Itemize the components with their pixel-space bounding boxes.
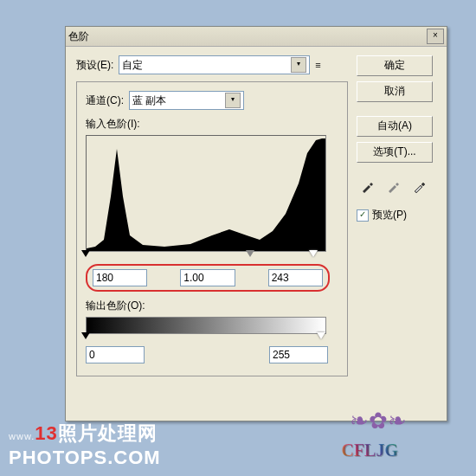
channel-value: 蓝 副本 [132, 93, 166, 108]
cancel-button[interactable]: 取消 [357, 81, 433, 102]
midtone-slider[interactable] [246, 250, 254, 261]
midtone-input[interactable]: 1.00 [180, 269, 235, 286]
output-levels-label: 输出色阶(O): [86, 299, 338, 313]
preset-dropdown[interactable]: 自定 ▾ [119, 55, 310, 74]
output-low-input[interactable]: 0 [86, 346, 145, 363]
dialog-title: 色阶 [68, 29, 89, 44]
chevron-down-icon: ▾ [291, 57, 306, 73]
auto-button[interactable]: 自动(A) [357, 116, 433, 137]
logo-text: CFLJG [341, 441, 398, 460]
preset-value: 自定 [122, 58, 143, 73]
options-button[interactable]: 选项(T)... [357, 142, 433, 163]
preset-menu-icon[interactable]: ≡ [315, 58, 331, 72]
black-eyedropper-icon[interactable] [357, 177, 377, 197]
preview-checkbox[interactable]: ✓ 预览(P) [357, 208, 438, 222]
histogram [86, 135, 326, 252]
channel-dropdown[interactable]: 蓝 副本 ▾ [129, 91, 244, 110]
checkbox-icon: ✓ [357, 209, 369, 222]
input-values-highlight: 180 1.00 243 [86, 264, 330, 292]
titlebar: 色阶 × [66, 27, 447, 47]
gray-eyedropper-icon[interactable] [383, 177, 403, 197]
highlight-slider[interactable] [309, 250, 318, 261]
watermark: www.13照片处理网 PHOTOPS.COM [9, 421, 161, 469]
ok-button[interactable]: 确定 [357, 55, 433, 76]
input-levels-label: 输入色阶(I): [86, 117, 338, 132]
decorative-flourish: ❧✿❧ [350, 408, 407, 434]
histogram-graph [87, 136, 325, 251]
preset-label: 预设(E): [76, 58, 113, 73]
shadow-input[interactable]: 180 [93, 269, 147, 286]
channel-label: 通道(C): [86, 93, 124, 108]
levels-fieldset: 通道(C): 蓝 副本 ▾ 输入色阶(I): [76, 81, 348, 376]
shadow-slider[interactable] [81, 250, 90, 261]
output-slider[interactable] [86, 334, 326, 343]
chevron-down-icon: ▾ [225, 93, 241, 108]
input-slider[interactable] [86, 252, 326, 261]
output-gradient [86, 317, 326, 334]
close-button[interactable]: × [427, 29, 444, 44]
highlight-input[interactable]: 243 [268, 269, 323, 286]
preview-label: 预览(P) [372, 208, 407, 222]
levels-dialog: 色阶 × 预设(E): 自定 ▾ ≡ 通道(C): 蓝 副本 ▾ [65, 26, 447, 421]
white-eyedropper-icon[interactable] [408, 177, 429, 197]
output-high-input[interactable]: 255 [269, 346, 328, 363]
output-high-slider[interactable] [317, 332, 325, 344]
output-low-slider[interactable] [81, 332, 90, 344]
